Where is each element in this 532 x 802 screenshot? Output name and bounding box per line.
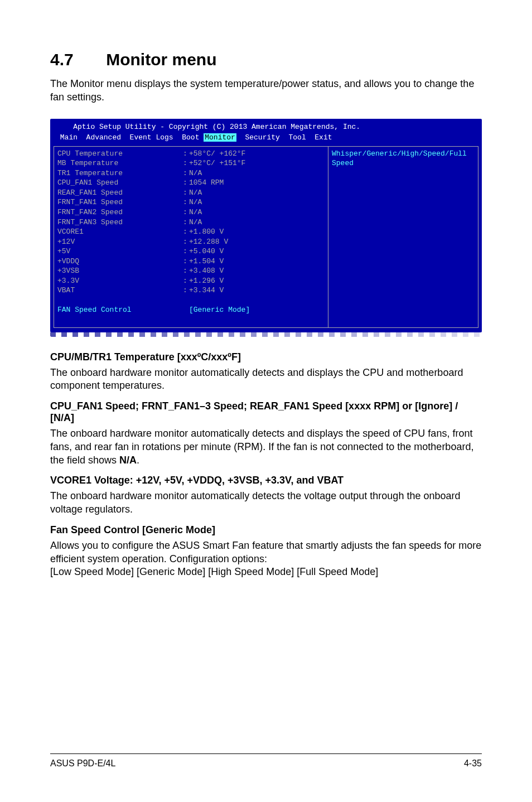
bios-colon: : (181, 149, 189, 159)
bios-value: +3.344 V (189, 286, 325, 296)
bios-colon: : (181, 286, 189, 296)
bios-row: VBAT : +3.344 V (57, 286, 325, 296)
bios-value: +12.288 V (189, 237, 325, 247)
footer-left: ASUS P9D-E/4L (50, 758, 115, 769)
bios-label: +3.3V (57, 276, 181, 286)
bios-value: +1.800 V (189, 227, 325, 237)
bios-label: VBAT (57, 286, 181, 296)
bios-row: TR1 Temperature : N/A (57, 168, 325, 178)
bios-label: +5V (57, 247, 181, 257)
bios-label: +12V (57, 237, 181, 247)
body-text: Allows you to configure the ASUS Smart F… (50, 539, 482, 579)
bios-row: +5V : +5.040 V (57, 247, 325, 257)
body-fragment: The onboard hardware monitor automatical… (50, 428, 473, 466)
bios-row: VCORE1 : +1.800 V (57, 227, 325, 237)
bios-value: N/A (189, 207, 325, 218)
bios-colon: : (181, 207, 189, 218)
bios-value: +1.504 V (189, 257, 325, 267)
bios-colon: : (181, 237, 189, 247)
section-heading: 4.7 Monitor menu (50, 50, 482, 69)
sub-heading: CPU_FAN1 Speed; FRNT_FAN1–3 Speed; REAR_… (50, 400, 482, 424)
bios-value: N/A (189, 188, 325, 198)
body-text: The onboard hardware monitor automatical… (50, 490, 482, 516)
bios-row: +12V : +12.288 V (57, 237, 325, 247)
sub-heading: CPU/MB/TR1 Temperature [xxxºC/xxxºF] (50, 351, 482, 363)
bios-colon: : (181, 227, 189, 237)
bios-value: +5.040 V (189, 247, 325, 257)
bios-colon: : (181, 218, 189, 228)
bios-label: FAN Speed Control (57, 305, 181, 315)
bios-colon: : (181, 247, 189, 257)
bios-row: FRNT_FAN3 Speed : N/A (57, 218, 325, 228)
bios-tabs: Main Advanced Event Logs Boot Monitor Se… (50, 133, 482, 146)
heading-title: Monitor menu (106, 50, 216, 69)
bios-colon: : (181, 168, 189, 178)
page: 4.7 Monitor menu The Monitor menu displa… (0, 0, 532, 802)
bios-label: FRNT_FAN1 Speed (57, 197, 181, 207)
bios-value: +52°C/ +151°F (189, 158, 325, 168)
sub-heading: VCORE1 Voltage: +12V, +5V, +VDDQ, +3VSB,… (50, 475, 482, 486)
bios-label: CPU_FAN1 Speed (57, 178, 181, 188)
bios-label: MB Temperature (57, 158, 181, 168)
bios-label: VCORE1 (57, 227, 181, 237)
bios-colon: : (181, 276, 189, 286)
bios-value: +58°C/ +162°F (189, 149, 325, 159)
bios-label: FRNT_FAN3 Speed (57, 218, 181, 228)
bios-value: N/A (189, 197, 325, 207)
bios-label: +VDDQ (57, 257, 181, 267)
bios-label: CPU Temperature (57, 149, 181, 159)
bios-row: MB Temperature : +52°C/ +151°F (57, 158, 325, 168)
bios-value: 1054 RPM (189, 178, 325, 188)
bios-left-panel: CPU Temperature : +58°C/ +162°F MB Tempe… (54, 146, 328, 328)
bios-row: FRNT_FAN1 Speed : N/A (57, 197, 325, 207)
bios-blank (57, 296, 325, 306)
bios-help-text: Whisper/Generic/High/Speed/Full Speed (332, 149, 475, 168)
bios-colon: : (181, 257, 189, 267)
bios-label: FRNT_FAN2 Speed (57, 207, 181, 218)
bios-label: +3VSB (57, 266, 181, 276)
bios-value: +1.296 V (189, 276, 325, 286)
bios-value: [Generic Mode] (189, 305, 325, 315)
bios-value: N/A (189, 218, 325, 228)
bios-colon: : (181, 188, 189, 198)
bios-value: N/A (189, 168, 325, 178)
body-text: The onboard hardware monitor automatical… (50, 366, 482, 393)
bios-tab-selected: Monitor (204, 133, 236, 142)
bios-colon: : (181, 197, 189, 207)
bios-body: CPU Temperature : +58°C/ +162°F MB Tempe… (50, 146, 482, 332)
bios-label: TR1 Temperature (57, 168, 181, 178)
bios-value: +3.408 V (189, 266, 325, 276)
bios-row-control[interactable]: FAN Speed Control [Generic Mode] (57, 305, 325, 315)
bios-row: +3.3V : +1.296 V (57, 276, 325, 286)
body-text: The onboard hardware monitor automatical… (50, 427, 482, 467)
bios-row: +VDDQ : +1.504 V (57, 257, 325, 267)
body-fragment: . (137, 455, 139, 466)
bios-header: Aptio Setup Utility - Copyright (C) 2013… (50, 119, 482, 133)
bios-row: +3VSB : +3.408 V (57, 266, 325, 276)
bios-row: CPU_FAN1 Speed : 1054 RPM (57, 178, 325, 188)
bios-right-panel: Whisper/Generic/High/Speed/Full Speed (328, 146, 478, 328)
bios-spacer (181, 305, 189, 315)
body-fragment-bold: N/A (119, 455, 137, 466)
bios-colon: : (181, 266, 189, 276)
intro-text: The Monitor menu displays the system tem… (50, 77, 482, 104)
bios-row: CPU Temperature : +58°C/ +162°F (57, 149, 325, 159)
bios-colon: : (181, 158, 189, 168)
heading-number: 4.7 (50, 50, 74, 69)
bios-row: FRNT_FAN2 Speed : N/A (57, 207, 325, 218)
sub-heading: Fan Speed Control [Generic Mode] (50, 524, 482, 536)
bios-colon: : (181, 178, 189, 188)
bios-tabs-post: Security Tool Exit (236, 133, 332, 142)
footer-right: 4-35 (464, 758, 482, 769)
bios-screenshot: Aptio Setup Utility - Copyright (C) 2013… (50, 119, 482, 332)
bios-tabs-pre: Main Advanced Event Logs Boot (56, 133, 204, 142)
bios-blank (57, 315, 325, 325)
page-footer: ASUS P9D-E/4L 4-35 (50, 753, 482, 769)
bios-row: REAR_FAN1 Speed : N/A (57, 188, 325, 198)
bios-label: REAR_FAN1 Speed (57, 188, 181, 198)
